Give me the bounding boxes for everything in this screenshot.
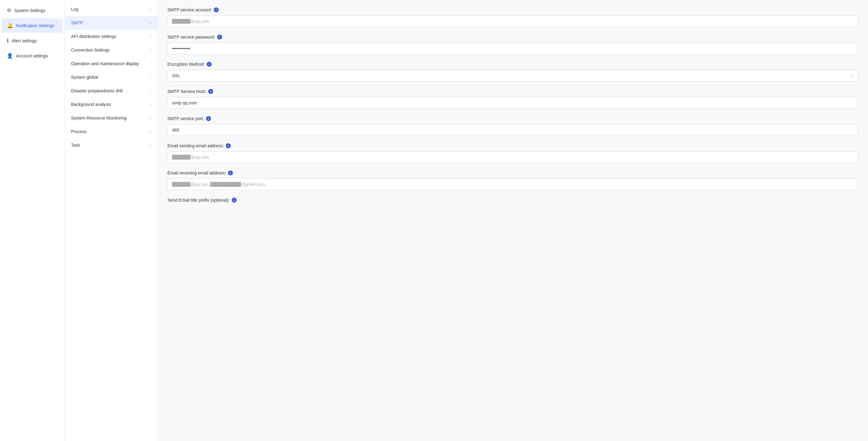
system-global-label: System global — [71, 75, 98, 80]
gear-icon: ⚙ — [7, 7, 11, 13]
user-icon: 👤 — [7, 53, 13, 59]
receiving-email-info-icon[interactable]: i — [228, 170, 233, 176]
sidebar-secondary-connection-settings[interactable]: Connection Settings › — [65, 43, 157, 57]
sidebar-item-account-settings[interactable]: 👤 Account settings — [2, 49, 63, 63]
sidebar-secondary-smtp[interactable]: SMTP › — [65, 16, 157, 30]
sending-email-input[interactable] — [167, 151, 858, 163]
task-label: Task — [71, 143, 80, 148]
email-title-prefix-label: Send Email title prefix (optional): i — [167, 198, 858, 202]
encryption-method-select-wrapper: SSL TLS None ⌄ — [167, 70, 858, 82]
smtp-password-input[interactable] — [167, 42, 858, 54]
encryption-method-label: Encryption Method: i — [167, 62, 858, 67]
smtp-password-section: SMTP service password: i — [167, 35, 858, 54]
chevron-right-icon: › — [150, 7, 151, 11]
sidebar-secondary-task[interactable]: Task › — [65, 138, 157, 152]
email-title-prefix-info-icon[interactable]: i — [232, 198, 237, 202]
smtp-host-input[interactable] — [167, 97, 858, 109]
system-resource-label: System Resource Monitoring — [71, 116, 127, 121]
bell-icon: 🔔 — [7, 23, 13, 28]
sidebar-item-account-settings-label: Account settings — [16, 54, 48, 58]
sidebar-secondary-api-distribution[interactable]: API distribution settings › — [65, 30, 157, 43]
operation-maintenance-label: Operation and maintenance display — [71, 61, 139, 66]
smtp-account-info-icon[interactable]: i — [214, 7, 219, 12]
smtp-label: SMTP — [71, 20, 83, 25]
chevron-right-icon-resource: › — [150, 116, 151, 120]
sending-email-info-icon[interactable]: i — [226, 143, 231, 148]
sidebar-item-alert-settings[interactable]: ℹ Alert settings — [2, 33, 63, 48]
receiving-email-section: Email receiving email address: i — [167, 170, 858, 190]
sidebar-secondary-disaster-drill[interactable]: Disaster preparedness drill › — [65, 84, 157, 98]
sidebar-item-alert-settings-label: Alert settings — [12, 38, 37, 43]
sidebar-item-notification-settings[interactable]: 🔔 Notification Settings — [2, 18, 63, 33]
smtp-host-info-icon[interactable]: i — [208, 89, 213, 94]
disaster-drill-label: Disaster preparedness drill — [71, 88, 123, 93]
encryption-method-section: Encryption Method: i SSL TLS None ⌄ — [167, 62, 858, 82]
chevron-right-icon-global: › — [150, 75, 151, 80]
smtp-account-label: SMTP service account: i — [167, 7, 858, 12]
smtp-port-label: SMTP service port: i — [167, 116, 858, 121]
sidebar-secondary-system-global[interactable]: System global › — [65, 70, 157, 84]
chevron-right-icon-ops: › — [150, 61, 151, 66]
sending-email-label: Email sending email address: i — [167, 143, 858, 148]
sidebar-item-notification-settings-label: Notification Settings — [16, 23, 54, 28]
primary-sidebar: ⚙ System Settings 🔔 Notification Setting… — [0, 0, 65, 441]
sidebar-secondary-operation-maintenance[interactable]: Operation and maintenance display › — [65, 57, 157, 70]
chevron-right-icon-process: › — [150, 129, 151, 134]
log-label: Log — [71, 7, 78, 12]
smtp-account-input[interactable] — [167, 15, 858, 27]
chevron-right-icon-smtp: › — [150, 21, 151, 25]
receiving-email-label: Email receiving email address: i — [167, 170, 858, 176]
sidebar-secondary-system-resource[interactable]: System Resource Monitoring › — [65, 111, 157, 125]
smtp-port-section: SMTP service port: i — [167, 116, 858, 136]
smtp-port-input[interactable] — [167, 124, 858, 136]
connection-settings-label: Connection Settings — [71, 48, 110, 53]
main-content: SMTP service account: i SMTP service pas… — [158, 0, 868, 441]
secondary-sidebar: Log › SMTP › API distribution settings ›… — [65, 0, 158, 441]
process-label: Process — [71, 129, 87, 134]
smtp-host-label: SMTP Service Host: i — [167, 89, 858, 94]
email-title-prefix-section: Send Email title prefix (optional): i — [167, 198, 858, 202]
sidebar-secondary-background-analysis[interactable]: Background analysis › — [65, 98, 157, 111]
chevron-right-icon-api: › — [150, 34, 151, 39]
chevron-right-icon-bg: › — [150, 102, 151, 106]
smtp-host-section: SMTP Service Host: i — [167, 89, 858, 109]
sidebar-secondary-process[interactable]: Process › — [65, 125, 157, 138]
chevron-right-icon-task: › — [150, 143, 151, 147]
receiving-email-input[interactable] — [167, 179, 858, 190]
smtp-password-info-icon[interactable]: i — [217, 35, 222, 39]
sidebar-item-system-settings-label: System Settings — [14, 8, 45, 13]
background-analysis-label: Background analysis — [71, 102, 111, 107]
encryption-method-info-icon[interactable]: i — [207, 62, 212, 67]
sending-email-section: Email sending email address: i — [167, 143, 858, 163]
smtp-password-label: SMTP service password: i — [167, 35, 858, 39]
smtp-port-info-icon[interactable]: i — [206, 116, 211, 121]
smtp-account-section: SMTP service account: i — [167, 7, 858, 27]
alert-icon: ℹ — [7, 38, 9, 43]
chevron-right-icon-disaster: › — [150, 89, 151, 93]
api-distribution-label: API distribution settings — [71, 34, 116, 39]
encryption-method-select[interactable]: SSL TLS None — [167, 70, 858, 82]
chevron-right-icon-connection: › — [150, 48, 151, 52]
sidebar-secondary-log[interactable]: Log › — [65, 2, 157, 16]
sidebar-item-system-settings[interactable]: ⚙ System Settings — [2, 3, 63, 18]
